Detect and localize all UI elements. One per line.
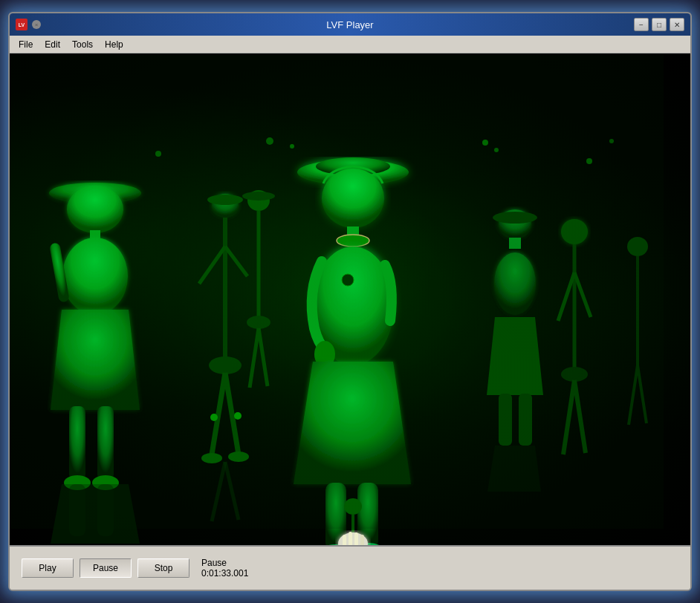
title-bar-left: LV × [16,19,41,30]
status-label: Pause [201,558,248,568]
app-window: LV × LVF Player − □ ✕ File Edit Tools He… [8,12,692,591]
window-title: LVF Player [326,19,373,30]
play-button[interactable]: Play [22,558,74,578]
controls-bar: Play Pause Stop Pause 0:01:33.001 [10,545,690,590]
menu-help[interactable]: Help [99,37,129,52]
timestamp-display: 0:01:33.001 [201,568,248,578]
svg-rect-79 [360,535,364,545]
pause-button[interactable]: Pause [80,558,132,578]
window-controls: − □ ✕ [634,18,684,31]
menu-tools[interactable]: Tools [66,37,99,52]
svg-rect-80 [10,53,664,529]
scene-canvas [10,53,690,545]
maximize-button[interactable]: □ [652,18,667,31]
minimize-button[interactable]: − [634,18,649,31]
app-icon: LV [16,19,27,30]
system-menu-icon[interactable]: × [32,20,41,29]
title-bar: LV × LVF Player − □ ✕ [10,13,690,36]
video-display [10,53,690,545]
menu-file[interactable]: File [13,37,39,52]
stop-button[interactable]: Stop [137,558,189,578]
close-button[interactable]: ✕ [670,18,684,31]
svg-rect-78 [354,532,358,545]
menu-edit[interactable]: Edit [39,37,66,52]
status-area: Pause 0:01:33.001 [201,558,248,578]
menu-bar: File Edit Tools Help [10,36,690,53]
svg-rect-77 [349,532,352,545]
svg-rect-76 [343,535,346,545]
